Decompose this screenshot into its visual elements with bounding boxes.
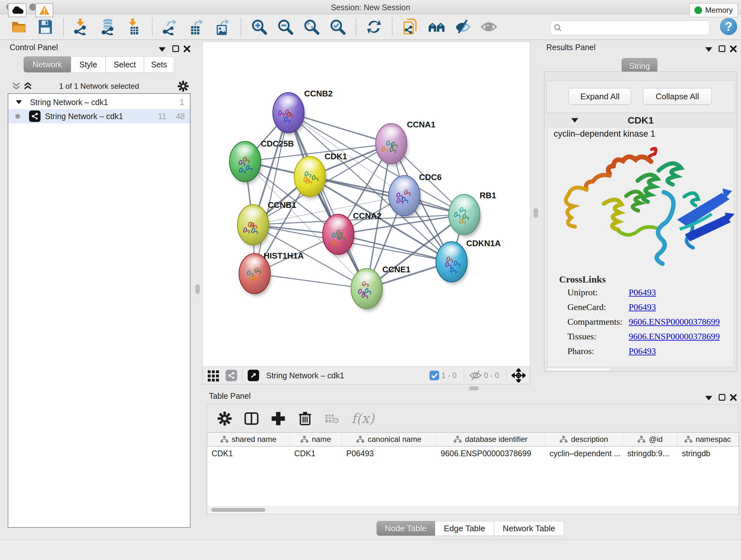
- results-panel-collapse-icon[interactable]: [705, 47, 712, 52]
- table-cell[interactable]: CDK1: [290, 447, 342, 461]
- table-cell[interactable]: cyclin–dependent ...: [545, 447, 623, 461]
- delete-table-icon[interactable]: [325, 411, 339, 426]
- zoom-selected-icon[interactable]: [329, 18, 346, 35]
- detach-view-icon[interactable]: [248, 370, 259, 381]
- zoom-out-icon[interactable]: [277, 18, 293, 35]
- left-splitter-handle[interactable]: [195, 285, 200, 294]
- tab-network-table[interactable]: Network Table: [494, 521, 564, 536]
- tab-sets[interactable]: Sets: [144, 57, 174, 72]
- zoom-fit-icon[interactable]: [303, 18, 320, 35]
- node-label-CCNB2: CCNB2: [304, 89, 333, 98]
- node-RB1[interactable]: [449, 194, 481, 237]
- grid-view-icon[interactable]: [207, 369, 220, 382]
- help-icon[interactable]: ?: [720, 18, 737, 35]
- cloud-status-button[interactable]: [8, 3, 26, 17]
- table-panel-collapse-icon[interactable]: [705, 396, 712, 400]
- table-panel-float-icon[interactable]: [719, 394, 725, 401]
- column-header-sharedname[interactable]: shared name: [207, 433, 290, 446]
- results-scrollbar[interactable]: [546, 368, 610, 371]
- open-session-icon[interactable]: [11, 18, 27, 35]
- hidden-items-eye-icon[interactable]: [469, 370, 482, 381]
- table-toolbar: f(x): [207, 404, 739, 432]
- show-all-icon[interactable]: [481, 18, 497, 35]
- toolbar-separator: [392, 18, 393, 36]
- export-table-icon[interactable]: [188, 18, 205, 35]
- search-box[interactable]: [550, 20, 710, 35]
- birds-eye-view-icon[interactable]: [512, 368, 526, 382]
- refresh-icon[interactable]: [366, 18, 382, 35]
- crosslink-link[interactable]: P06493: [629, 287, 656, 297]
- crosslink-link[interactable]: P06493: [629, 346, 656, 356]
- tree-expander-icon[interactable]: [16, 100, 22, 104]
- network-thumbnail-icon[interactable]: [226, 370, 237, 381]
- column-header-id[interactable]: @id: [623, 433, 677, 446]
- share-document-icon[interactable]: [402, 18, 419, 35]
- column-header-name[interactable]: name: [290, 433, 342, 446]
- column-header-canonicalname[interactable]: canonical name: [342, 433, 436, 446]
- table-options-gear-icon[interactable]: [217, 411, 232, 426]
- node-CDKN1A[interactable]: [436, 242, 468, 285]
- memory-button[interactable]: Memory: [689, 3, 738, 17]
- tab-style[interactable]: Style: [71, 57, 106, 72]
- horizontal-splitter-handle[interactable]: [469, 386, 479, 390]
- control-panel-float-icon[interactable]: [172, 45, 179, 52]
- crosslink-link[interactable]: 9606.ENSP00000378699: [629, 317, 720, 327]
- search-input[interactable]: [562, 23, 699, 32]
- gene-section-header[interactable]: CDK1: [546, 114, 735, 127]
- add-column-icon[interactable]: [271, 411, 286, 426]
- node-CDK1[interactable]: [294, 157, 327, 199]
- node-CCNE1[interactable]: [351, 268, 384, 311]
- crosslink-link[interactable]: P06493: [629, 302, 656, 312]
- warnings-button[interactable]: [36, 3, 53, 17]
- table-cell[interactable]: stringdb: [677, 447, 738, 461]
- export-image-icon[interactable]: [214, 18, 231, 35]
- function-builder-icon[interactable]: f(x): [351, 411, 374, 426]
- selected-checkbox-icon[interactable]: [429, 370, 440, 381]
- collapse-all-button[interactable]: Collapse All: [643, 88, 712, 105]
- column-header-databaseidentifier[interactable]: database identifier: [436, 433, 545, 446]
- table-panel-close-icon[interactable]: [730, 394, 737, 401]
- export-network-icon[interactable]: [162, 18, 179, 35]
- import-network-database-icon[interactable]: [99, 18, 116, 35]
- table-row[interactable]: CDK1CDK1P064939606.ENSP00000378699cyclin…: [207, 447, 739, 461]
- table-cell[interactable]: 9606.ENSP00000378699: [436, 447, 545, 461]
- save-session-icon[interactable]: [37, 18, 54, 35]
- network-canvas[interactable]: CCNB2CCNA1CDC25BCDK1CDC6RB1CCNB1CCNA2CDK…: [202, 42, 530, 367]
- string-network-icon: [29, 111, 41, 122]
- table-hscrollbar-thumb[interactable]: [211, 508, 266, 512]
- expand-all-button[interactable]: Expand All: [569, 88, 631, 105]
- home-icon[interactable]: [428, 18, 445, 35]
- column-header-namespac[interactable]: namespac: [677, 433, 738, 446]
- show-columns-icon[interactable]: [244, 411, 259, 426]
- table-cell[interactable]: stringdb:9...: [623, 447, 677, 461]
- control-panel-collapse-icon[interactable]: [158, 47, 165, 52]
- node-label-CDC25B: CDC25B: [261, 139, 294, 148]
- network-options-gear-icon[interactable]: [178, 80, 189, 92]
- results-panel-close-icon[interactable]: [730, 45, 737, 53]
- node-CCNA1[interactable]: [376, 124, 408, 166]
- zoom-in-icon[interactable]: [251, 18, 267, 35]
- crosslink-link[interactable]: 9606.ENSP00000378699: [629, 331, 720, 341]
- right-splitter-handle[interactable]: [534, 208, 538, 218]
- tab-node-table[interactable]: Node Table: [377, 521, 435, 536]
- tab-network[interactable]: Network: [23, 57, 71, 72]
- network-selected-summary: 1 of 1 Network selected: [8, 82, 191, 91]
- control-panel-close-icon[interactable]: [183, 45, 191, 53]
- import-table-icon[interactable]: [126, 18, 142, 35]
- protein-structure-image: [556, 143, 735, 271]
- delete-column-icon[interactable]: [298, 411, 313, 426]
- node-CDC6[interactable]: [389, 176, 421, 219]
- hide-selected-icon[interactable]: [455, 18, 471, 35]
- table-cell[interactable]: P06493: [342, 447, 436, 461]
- network-row[interactable]: String Network – cdk1 11 48: [8, 109, 190, 123]
- import-network-file-icon[interactable]: [73, 18, 90, 35]
- column-header-description[interactable]: description: [545, 433, 623, 446]
- results-panel-float-icon[interactable]: [719, 45, 725, 52]
- network-collection-row[interactable]: String Network – cdk1 1: [8, 95, 190, 109]
- node-CCNA2[interactable]: [323, 214, 355, 257]
- node-CCNB2[interactable]: [273, 92, 306, 135]
- tab-select[interactable]: Select: [106, 57, 144, 72]
- node-CCNB1[interactable]: [238, 205, 270, 247]
- table-cell[interactable]: CDK1: [207, 447, 290, 461]
- tab-edge-table[interactable]: Edge Table: [435, 521, 494, 536]
